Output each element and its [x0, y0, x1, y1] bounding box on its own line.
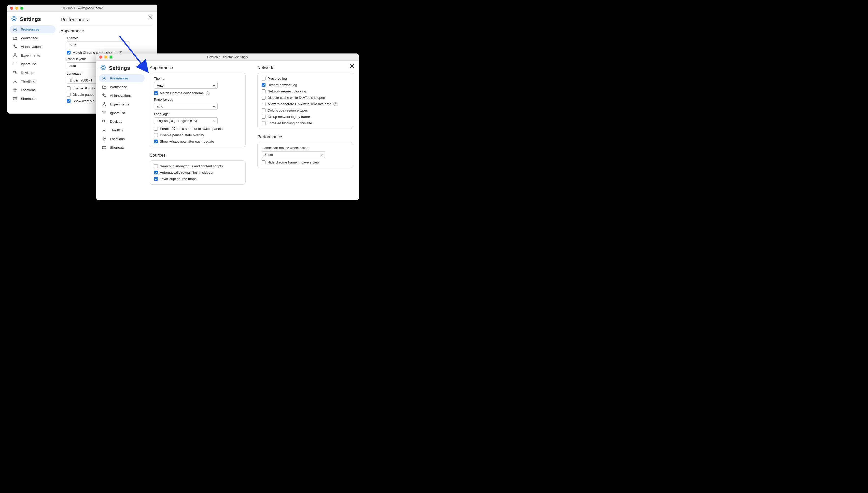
wheel-select[interactable]: Zoom: [262, 151, 325, 158]
sidebar-item-preferences[interactable]: Preferences: [10, 25, 55, 34]
help-icon[interactable]: ?: [333, 102, 337, 106]
sidebar-item-shortcuts[interactable]: Shortcuts: [99, 143, 144, 151]
show-whatsnew-checkbox[interactable]: [154, 140, 158, 143]
sidebar-item-label: Throttling: [21, 80, 35, 83]
color-code-checkbox[interactable]: [262, 108, 266, 112]
sidebar-item-ai[interactable]: AI innovations: [10, 43, 55, 51]
panel-layout-label: Panel layout:: [154, 98, 241, 101]
record-log-checkbox[interactable]: [262, 83, 266, 87]
sidebar-item-locations[interactable]: Locations: [99, 135, 144, 143]
enable-shortcut-checkbox[interactable]: [154, 127, 158, 131]
folder-icon: [102, 85, 106, 89]
language-select-value: English (US) - English (US): [157, 119, 197, 123]
record-log-label: Record network log: [268, 83, 297, 87]
color-code-label: Color-code resource types: [268, 108, 308, 112]
close-icon[interactable]: [350, 64, 354, 68]
settings-title: Settings: [20, 16, 41, 22]
window-titlebar: DevTools - chrome://settings/: [96, 53, 359, 61]
gear-icon: [13, 27, 17, 31]
search-anon-label: Search in anonymous and content scripts: [160, 164, 223, 168]
window-title: DevTools - chrome://settings/: [96, 55, 359, 59]
preserve-log-checkbox[interactable]: [262, 77, 266, 81]
sidebar-item-throttling[interactable]: Throttling: [99, 126, 144, 134]
network-card: Preserve log Record network log Network …: [257, 73, 353, 129]
sidebar-item-ignore[interactable]: Ignore list: [99, 109, 144, 117]
performance-card: Flamechart mouse wheel action: Zoom Hide…: [257, 142, 353, 168]
sparkle-icon: [13, 44, 17, 49]
force-adblock-checkbox[interactable]: [262, 121, 266, 125]
show-whatsnew-checkbox[interactable]: [67, 99, 70, 103]
show-whatsnew-label: Show what's new after each update: [160, 140, 214, 143]
traffic-max-icon[interactable]: [109, 56, 112, 59]
disable-paused-checkbox[interactable]: [154, 133, 158, 137]
close-icon[interactable]: [148, 15, 153, 19]
hide-frame-label: Hide chrome frame in Layers view: [268, 160, 319, 164]
traffic-close-icon[interactable]: [99, 56, 102, 59]
sidebar-item-locations[interactable]: Locations: [10, 86, 55, 94]
flask-icon: [13, 53, 17, 58]
gear-icon: [102, 76, 106, 81]
settings-title: Settings: [109, 65, 130, 71]
ignorelist-icon: [102, 110, 106, 115]
traffic-min-icon[interactable]: [104, 56, 107, 59]
sidebar-item-label: Devices: [110, 120, 122, 124]
traffic-min-icon[interactable]: [15, 7, 18, 10]
section-network-heading: Network: [257, 65, 353, 70]
theme-select-value: Auto: [69, 43, 76, 47]
enable-shortcut-label: Enable ⌘ + 1-: [72, 86, 95, 90]
blocking-checkbox[interactable]: [262, 89, 266, 93]
sidebar-item-label: Locations: [21, 88, 36, 92]
sidebar-item-workspace[interactable]: Workspace: [99, 83, 144, 91]
auto-reveal-label: Automatically reveal files in sidebar: [160, 171, 214, 174]
sidebar-item-label: Shortcuts: [21, 97, 36, 101]
js-maps-label: JavaScript source maps: [160, 177, 197, 181]
sidebar-item-workspace[interactable]: Workspace: [10, 34, 55, 42]
group-frame-checkbox[interactable]: [262, 115, 266, 119]
har-sens-checkbox[interactable]: [262, 102, 266, 106]
pin-icon: [13, 88, 17, 92]
sidebar-item-preferences[interactable]: Preferences: [99, 74, 144, 82]
panel-layout-select[interactable]: auto: [154, 103, 218, 109]
sidebar-item-shortcuts[interactable]: Shortcuts: [10, 94, 55, 103]
sidebar-item-label: Devices: [21, 71, 33, 74]
traffic-close-icon[interactable]: [10, 7, 13, 10]
pin-icon: [102, 136, 106, 141]
enable-shortcut-checkbox[interactable]: [67, 86, 70, 90]
section-performance-heading: Performance: [257, 134, 353, 140]
match-scheme-checkbox[interactable]: [67, 51, 70, 55]
sidebar-item-devices[interactable]: Devices: [99, 117, 144, 126]
traffic-max-icon[interactable]: [20, 7, 23, 10]
flask-icon: [102, 102, 106, 106]
sidebar-item-label: Experiments: [21, 53, 40, 57]
sidebar-item-label: Ignore list: [21, 62, 36, 66]
auto-reveal-checkbox[interactable]: [154, 171, 158, 174]
hide-frame-checkbox[interactable]: [262, 160, 266, 164]
wheel-label: Flamechart mouse wheel action:: [262, 146, 349, 150]
disable-cache-checkbox[interactable]: [262, 96, 266, 100]
help-icon[interactable]: ?: [206, 91, 209, 95]
match-scheme-checkbox[interactable]: [154, 91, 158, 95]
chevron-down-icon: [320, 153, 323, 156]
sidebar-item-ai[interactable]: AI innovations: [99, 91, 144, 100]
sidebar-item-devices[interactable]: Devices: [10, 68, 55, 77]
keyboard-icon: [102, 145, 106, 150]
settings-nav: PreferencesWorkspaceAI innovationsExperi…: [10, 25, 55, 103]
window-title: DevTools - www.google.com/: [7, 6, 157, 10]
language-select[interactable]: English (US) - English (US): [154, 117, 218, 124]
settings-nav: PreferencesWorkspaceAI innovationsExperi…: [99, 74, 144, 151]
sidebar-item-label: Throttling: [110, 128, 124, 132]
disable-paused-label: Disable pause: [72, 93, 94, 97]
theme-select[interactable]: Auto: [67, 42, 130, 48]
disable-paused-checkbox[interactable]: [67, 93, 70, 97]
devices-icon: [13, 70, 17, 75]
sidebar-item-experiments[interactable]: Experiments: [99, 100, 144, 108]
sidebar-item-experiments[interactable]: Experiments: [10, 51, 55, 59]
theme-select[interactable]: Auto: [154, 82, 218, 89]
devices-icon: [102, 119, 106, 124]
sidebar-item-label: AI innovations: [21, 45, 43, 49]
folder-icon: [13, 36, 17, 40]
sidebar-item-ignore[interactable]: Ignore list: [10, 60, 55, 68]
js-maps-checkbox[interactable]: [154, 177, 158, 181]
search-anon-checkbox[interactable]: [154, 164, 158, 168]
sidebar-item-throttling[interactable]: Throttling: [10, 77, 55, 85]
